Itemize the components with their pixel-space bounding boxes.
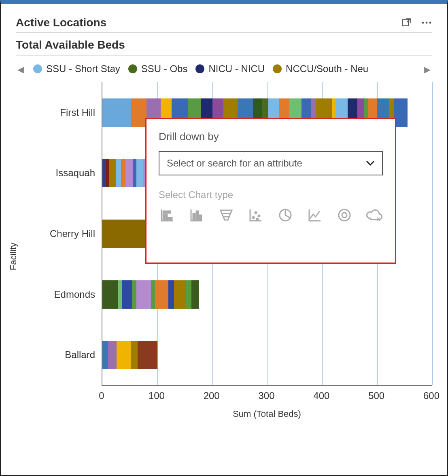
x-tick-label: 100: [149, 390, 165, 401]
legend: ◀ SSU - Short StaySSU - ObsNICU - NICUNC…: [16, 56, 432, 80]
bar-segment[interactable]: [125, 159, 133, 187]
legend-label: SSU - Obs: [141, 63, 188, 75]
svg-point-3: [429, 22, 431, 24]
legend-item[interactable]: SSU - Short Stay: [33, 63, 120, 75]
bar-segment[interactable]: [191, 280, 199, 309]
bar-segment[interactable]: [117, 341, 131, 369]
bar-segment[interactable]: [168, 280, 174, 309]
dashboard-card: Active Locations Total Available Beds ◀ …: [0, 0, 448, 476]
bar-segment[interactable]: [138, 341, 157, 369]
bar-segment[interactable]: [116, 159, 121, 187]
x-tick-label: 300: [258, 390, 274, 401]
bar-segment[interactable]: [118, 280, 122, 309]
chart-area: Facility First HillIssaquahCherry HillEd…: [16, 82, 432, 431]
bar-segment[interactable]: [109, 159, 115, 187]
legend-item[interactable]: SSU - Obs: [128, 63, 188, 75]
x-tick-label: 600: [423, 390, 440, 401]
legend-item[interactable]: NCCU/South - Neu: [273, 63, 368, 75]
svg-point-16: [342, 213, 347, 218]
bar-segment[interactable]: [108, 341, 117, 369]
svg-rect-5: [163, 214, 167, 216]
more-icon[interactable]: [421, 17, 432, 28]
card-header-actions: [401, 17, 432, 28]
legend-label: NICU - NICU: [208, 63, 265, 75]
svg-point-1: [422, 22, 424, 24]
svg-rect-8: [196, 211, 198, 220]
bar-segment[interactable]: [121, 159, 125, 187]
chart-type-wordcloud-icon[interactable]: [365, 206, 383, 224]
svg-rect-0: [402, 19, 408, 26]
svg-point-13: [257, 218, 258, 220]
bar-segment[interactable]: [133, 159, 136, 187]
svg-point-12: [258, 215, 260, 217]
card-title: Active Locations: [16, 16, 106, 29]
bar-segment[interactable]: [122, 280, 132, 309]
y-tick-label: Issaquah: [56, 167, 102, 179]
bar-segment[interactable]: [186, 280, 191, 309]
legend-item[interactable]: NICU - NICU: [195, 63, 265, 75]
gridline: [432, 82, 433, 385]
drilldown-popup: Drill down by Select or search for an at…: [145, 118, 396, 264]
y-tick-label: Edmonds: [54, 289, 102, 300]
card-header: Active Locations: [16, 15, 432, 33]
svg-rect-9: [200, 215, 202, 220]
svg-rect-4: [163, 211, 170, 213]
x-tick-label: 400: [313, 390, 329, 401]
bar-segment[interactable]: [132, 280, 136, 309]
chevron-down-icon: [366, 160, 375, 166]
legend-swatch: [128, 64, 137, 73]
bar-segment[interactable]: [106, 159, 109, 187]
chart-title: Total Available Beds: [16, 33, 432, 56]
svg-point-2: [426, 22, 428, 24]
bar[interactable]: [102, 341, 157, 369]
chart-type-scatter-icon[interactable]: [247, 206, 265, 224]
y-tick-label: First Hill: [60, 107, 102, 118]
legend-swatch: [195, 64, 204, 73]
legend-prev-icon[interactable]: ◀: [16, 64, 26, 75]
bar-segment[interactable]: [136, 159, 143, 187]
bar-segment[interactable]: [131, 98, 147, 127]
svg-point-11: [255, 212, 257, 213]
legend-label: NCCU/South - Neu: [286, 63, 368, 75]
legend-next-icon[interactable]: ▶: [422, 64, 432, 75]
chart-type-bar-v-icon[interactable]: [188, 206, 206, 224]
x-tick-label: 0: [99, 390, 104, 401]
y-tick-label: Ballard: [65, 349, 102, 361]
bar-segment[interactable]: [102, 341, 108, 369]
bar-segment[interactable]: [174, 280, 186, 309]
bar-segment[interactable]: [102, 98, 131, 127]
chart-type-pie-icon[interactable]: [276, 206, 294, 224]
chart-type-line-icon[interactable]: [306, 206, 323, 224]
x-tick-label: 500: [368, 390, 384, 401]
legend-swatch: [33, 64, 42, 73]
svg-rect-7: [193, 213, 195, 220]
chart-type-label: Select Chart type: [159, 189, 383, 201]
bar-segment[interactable]: [102, 280, 118, 309]
chart-type-donut-icon[interactable]: [335, 206, 353, 224]
x-axis-ticks: 0100200300400500600: [102, 390, 432, 402]
svg-point-15: [339, 209, 350, 221]
svg-point-10: [253, 217, 254, 218]
bar-segment[interactable]: [102, 159, 106, 187]
chart-type-row: [159, 206, 383, 224]
x-tick-label: 200: [204, 390, 220, 401]
drilldown-title: Drill down by: [159, 130, 383, 143]
expand-icon[interactable]: [401, 17, 412, 28]
drilldown-placeholder: Select or search for an attribute: [167, 158, 302, 169]
bar-segment[interactable]: [131, 341, 138, 369]
chart-type-bar-h-icon[interactable]: [159, 206, 176, 224]
bar-segment[interactable]: [136, 280, 151, 309]
drilldown-attribute-select[interactable]: Select or search for an attribute: [159, 151, 383, 175]
y-axis-label: Facility: [8, 243, 19, 270]
x-axis-label: Sum (Total Beds): [102, 409, 432, 419]
y-tick-label: Cherry Hill: [50, 228, 102, 239]
svg-rect-6: [163, 218, 172, 220]
legend-label: SSU - Short Stay: [46, 63, 120, 75]
chart-type-funnel-icon[interactable]: [218, 206, 235, 224]
bar-segment[interactable]: [155, 280, 168, 309]
legend-swatch: [273, 64, 282, 73]
bar-segment[interactable]: [151, 280, 155, 309]
bar[interactable]: [102, 280, 199, 309]
